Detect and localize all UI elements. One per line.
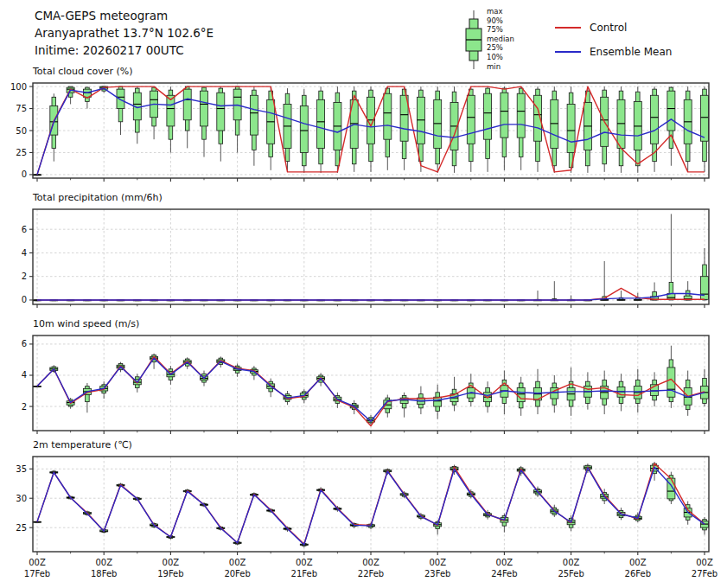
x-tick-day: 21Feb (291, 569, 317, 578)
x-tick-hour: 00Z (629, 558, 647, 567)
y-tick-label: 25 (16, 148, 27, 157)
y-tick-label: 100 (10, 82, 27, 92)
y-tick-label: 35 (16, 464, 27, 474)
y-tick-label: 50 (16, 126, 27, 136)
x-tick-hour: 00Z (229, 558, 246, 567)
y-tick-label: 6 (22, 339, 27, 348)
x-axis-labels: 00Z17Feb00Z18Feb00Z19Feb00Z20Feb00Z21Feb… (24, 558, 717, 578)
panel-2m-temperature: 253035 (16, 457, 709, 555)
meteogram-chart: 0255075100024624625303500Z17Feb00Z18Feb0… (0, 0, 727, 588)
x-tick-hour: 00Z (95, 558, 112, 567)
x-tick-day: 17Feb (24, 569, 50, 578)
panel-10m-wind-speed-m-s: 246 (22, 336, 709, 434)
y-tick-label: 6 (22, 225, 27, 234)
x-tick-hour: 00Z (429, 558, 446, 567)
x-tick-hour: 00Z (296, 558, 313, 567)
x-tick-day: 20Feb (224, 569, 250, 578)
y-tick-label: 4 (22, 248, 27, 258)
x-tick-day: 18Feb (91, 569, 117, 578)
y-tick-label: 30 (16, 494, 27, 503)
y-tick-label: 0 (22, 169, 27, 179)
y-tick-label: 2 (22, 272, 27, 281)
boxplot-legend-glyph (466, 10, 481, 69)
x-tick-hour: 00Z (496, 558, 513, 567)
x-tick-day: 27Feb (692, 569, 717, 578)
x-tick-day: 23Feb (424, 569, 450, 578)
x-tick-day: 24Feb (491, 569, 517, 578)
x-tick-day: 19Feb (157, 569, 183, 578)
x-tick-day: 26Feb (625, 569, 651, 578)
x-tick-day: 25Feb (558, 569, 584, 578)
x-tick-hour: 00Z (563, 558, 580, 567)
y-tick-label: 75 (16, 104, 27, 113)
y-tick-label: 4 (22, 370, 27, 380)
y-tick-label: 25 (16, 523, 27, 533)
x-tick-hour: 00Z (362, 558, 379, 567)
panel-total-cloud-cover: 0255075100 (10, 82, 709, 182)
x-tick-hour: 00Z (696, 558, 713, 567)
y-tick-label: 0 (22, 295, 27, 304)
x-tick-hour: 00Z (163, 558, 180, 567)
y-tick-label: 2 (22, 402, 27, 412)
x-tick-day: 22Feb (358, 569, 384, 578)
panel-total-precipitation-mm-6h: 0246 (22, 209, 709, 308)
x-tick-hour: 00Z (29, 558, 46, 567)
meteogram-figure: CMA-GEPS meteogram Aranyaprathet 13.7°N … (0, 0, 727, 588)
